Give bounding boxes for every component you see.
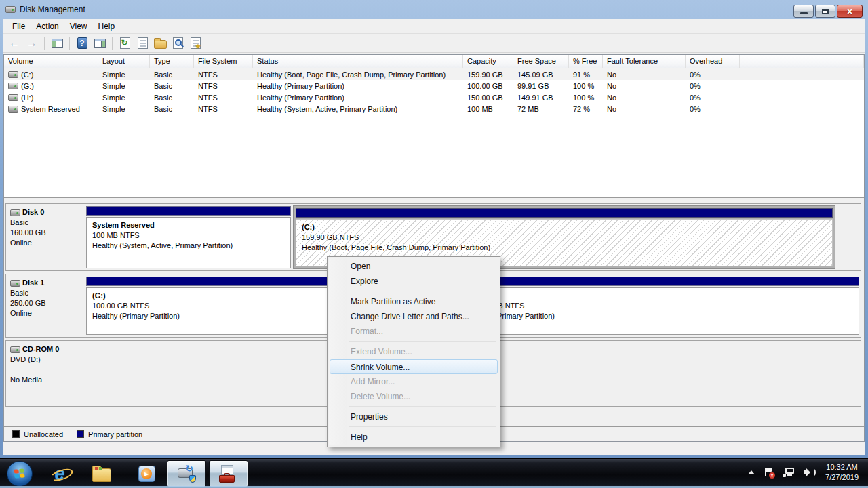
show-hidden-icons-icon[interactable]	[748, 470, 755, 474]
taskbar-disk-management[interactable]: ↻	[167, 460, 206, 487]
maximize-icon	[822, 9, 829, 14]
column-header-freespace[interactable]: Free Space	[513, 55, 569, 68]
volume-icon	[8, 83, 18, 89]
menu-item-help[interactable]: Help	[328, 430, 500, 445]
volume-list-header: Volume Layout Type File System Status Ca…	[4, 55, 864, 68]
partition-system-reserved[interactable]: System Reserved 100 MB NTFS Healthy (Sys…	[86, 206, 291, 268]
volume-list: Volume Layout Type File System Status Ca…	[4, 55, 864, 197]
close-button[interactable]: ×	[837, 5, 863, 18]
taskbar-toolbox[interactable]	[209, 460, 248, 487]
start-button[interactable]	[5, 460, 34, 487]
system-tray: × 10:32 AM 7/27/2019	[748, 459, 868, 486]
menu-item-shrink-volume[interactable]: Shrink Volume...	[330, 359, 498, 374]
network-icon[interactable]	[783, 468, 794, 477]
disk1-label-panel[interactable]: Disk 1 Basic 250.00 GB Online	[6, 274, 83, 337]
taskbar-media-player[interactable]: ▶	[130, 460, 163, 487]
tray-date: 7/27/2019	[825, 472, 859, 483]
media-player-icon: ▶	[138, 466, 155, 482]
primary-partition-strip	[461, 277, 859, 286]
search-icon[interactable]	[170, 36, 185, 51]
menu-item-delete-volume: Delete Volume...	[328, 389, 500, 404]
taskbar-internet-explorer[interactable]: e	[43, 460, 76, 487]
partition-h[interactable]: (H:) 150.00 GB NTFS Healthy (Primary Par…	[461, 277, 859, 335]
disk0-label-panel[interactable]: Disk 0 Basic 160.00 GB Online	[6, 204, 83, 270]
menu-separator	[349, 341, 496, 342]
menu-separator	[349, 291, 496, 291]
primary-partition-swatch	[77, 430, 84, 438]
volume-icon	[8, 106, 18, 113]
properties-icon[interactable]	[135, 36, 150, 51]
menu-item-mark-partition-active[interactable]: Mark Partition as Active	[328, 294, 500, 309]
primary-partition-strip	[296, 208, 833, 218]
disk-state: Online	[10, 308, 79, 319]
menu-bar: File Action View Help	[3, 19, 865, 34]
menu-file[interactable]: File	[7, 20, 31, 33]
menu-separator	[349, 426, 496, 427]
titlebar[interactable]: Disk Management ×	[0, 0, 868, 19]
column-header-status[interactable]: Status	[253, 55, 463, 68]
disk-kind: DVD (D:)	[10, 354, 79, 365]
action-pane-icon[interactable]	[92, 36, 107, 51]
table-row[interactable]: (H:) Simple Basic NTFS Healthy (Primary …	[4, 92, 864, 103]
menu-view[interactable]: View	[64, 20, 93, 33]
taskbar: e ▶ ↻ ×	[0, 458, 868, 488]
cdrom-icon	[10, 346, 20, 353]
menu-item-change-drive-letter[interactable]: Change Drive Letter and Paths...	[328, 309, 500, 324]
disk-state: No Media	[10, 375, 79, 385]
disk-kind: Basic	[10, 218, 79, 228]
action-center-flag-icon[interactable]: ×	[764, 468, 773, 478]
menu-item-extend-volume: Extend Volume...	[328, 344, 500, 359]
table-row[interactable]: (C:) Simple Basic NTFS Healthy (Boot, Pa…	[4, 68, 864, 80]
column-header-filler	[740, 55, 864, 68]
menu-item-open[interactable]: Open	[328, 259, 500, 274]
column-header-faulttolerance[interactable]: Fault Tolerance	[603, 55, 686, 68]
volume-icon[interactable]	[804, 468, 816, 476]
toolbar-separator	[44, 37, 45, 50]
menu-item-explore[interactable]: Explore	[328, 274, 500, 289]
manage-icon[interactable]: ★	[188, 36, 203, 51]
menu-help[interactable]: Help	[93, 20, 121, 33]
unallocated-swatch	[12, 430, 20, 438]
toolbar-separator	[112, 37, 113, 50]
column-header-volume[interactable]: Volume	[4, 55, 98, 68]
menu-item-format: Format...	[328, 324, 500, 339]
tray-time: 10:32 AM	[825, 462, 859, 472]
disk-icon	[10, 209, 20, 216]
maximize-button[interactable]	[815, 5, 835, 18]
tray-clock[interactable]: 10:32 AM 7/27/2019	[825, 462, 859, 483]
disk-icon	[10, 280, 20, 287]
help-icon[interactable]: ?	[75, 36, 90, 51]
toolbox-icon	[219, 465, 238, 483]
forward-icon[interactable]: →	[24, 36, 39, 51]
close-icon: ×	[847, 7, 852, 16]
taskbar-windows-explorer[interactable]	[85, 460, 118, 487]
primary-partition-strip	[86, 206, 291, 216]
column-header-filesystem[interactable]: File System	[194, 55, 253, 68]
table-row[interactable]: System Reserved Simple Basic NTFS Health…	[4, 103, 864, 115]
column-header-pctfree[interactable]: % Free	[569, 55, 603, 68]
menu-item-properties[interactable]: Properties	[328, 409, 500, 424]
column-header-type[interactable]: Type	[150, 55, 194, 68]
menu-item-add-mirror: Add Mirror...	[328, 374, 500, 389]
toolbar-separator	[69, 37, 70, 50]
cdrom-label-panel[interactable]: CD-ROM 0 DVD (D:) No Media	[6, 341, 83, 406]
volume-icon	[8, 71, 18, 78]
disk-kind: Basic	[10, 288, 79, 298]
back-icon[interactable]: ←	[7, 36, 22, 51]
start-orb-icon	[7, 461, 33, 487]
open-folder-icon[interactable]	[153, 36, 167, 51]
refresh-icon[interactable]: ↻	[117, 36, 132, 51]
menu-action[interactable]: Action	[31, 20, 64, 33]
table-row[interactable]: (G:) Simple Basic NTFS Healthy (Primary …	[4, 80, 864, 92]
console-tree-icon[interactable]	[50, 36, 64, 51]
app-icon	[5, 6, 16, 13]
column-header-overhead[interactable]: Overhead	[686, 55, 740, 68]
column-header-layout[interactable]: Layout	[98, 55, 150, 68]
column-header-capacity[interactable]: Capacity	[463, 55, 513, 68]
minimize-icon	[800, 12, 808, 14]
minimize-button[interactable]	[793, 5, 814, 18]
toolbar: ← → ? ↻ ★	[3, 34, 865, 53]
legend-primary-partition: Primary partition	[88, 430, 142, 439]
disk-size	[10, 365, 79, 375]
context-menu: Open Explore Mark Partition as Active Ch…	[327, 256, 500, 447]
